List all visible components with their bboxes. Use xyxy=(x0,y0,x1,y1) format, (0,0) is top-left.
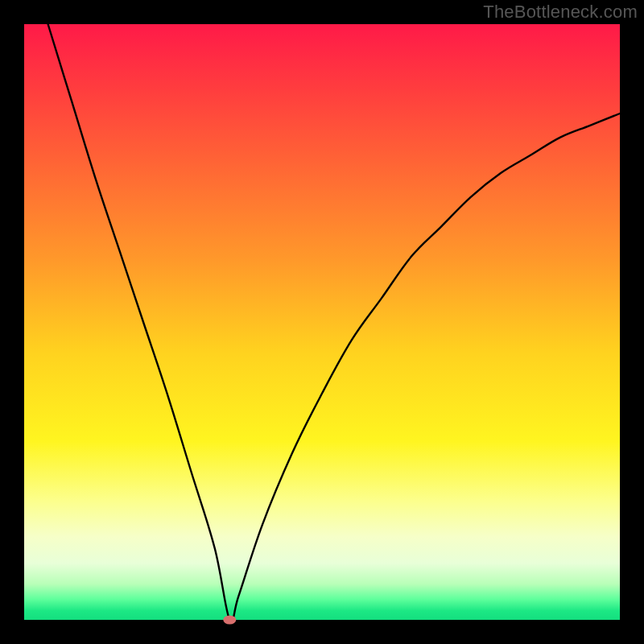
plot-background xyxy=(24,24,620,620)
optimal-marker xyxy=(223,616,236,625)
chart-frame: TheBottleneck.com xyxy=(0,0,644,644)
watermark-text: TheBottleneck.com xyxy=(483,2,638,23)
bottleneck-chart xyxy=(0,0,644,644)
